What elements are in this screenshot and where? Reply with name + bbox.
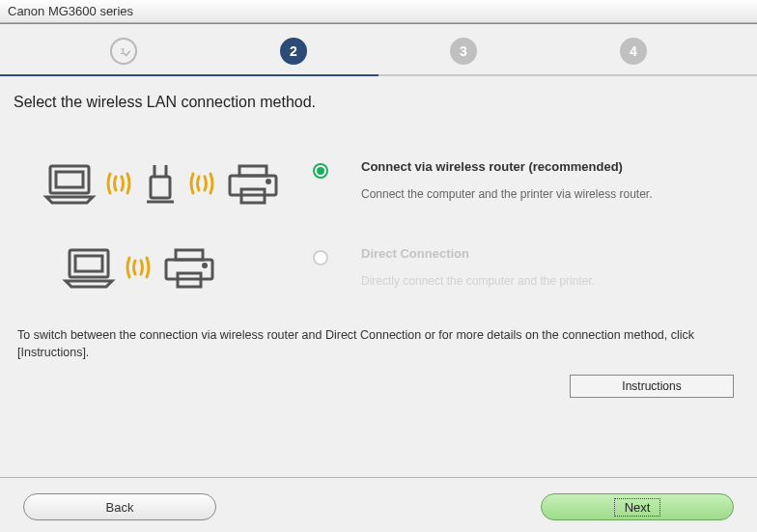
direct-text: Direct Connection Directly connect the c… (361, 246, 724, 288)
step-4: 4 (620, 38, 647, 65)
step-2-active: 2 (280, 38, 307, 65)
step-4-label: 4 (630, 43, 637, 59)
router-desc: Connect the computer and the printer via… (361, 187, 724, 201)
svg-rect-11 (166, 260, 212, 279)
laptop-icon (42, 162, 97, 205)
window-titlebar: Canon MG3600 series (0, 0, 757, 23)
step-indicator: 1 2 3 4 (0, 24, 757, 74)
step-3-label: 3 (460, 43, 467, 59)
instructions-button[interactable]: Instructions (570, 375, 734, 398)
wifi-icon (124, 248, 153, 287)
router-radio[interactable] (313, 163, 328, 179)
svg-rect-5 (230, 176, 276, 195)
laptop-icon (62, 246, 116, 289)
svg-rect-2 (56, 172, 83, 187)
svg-rect-3 (151, 177, 170, 198)
printer-icon (224, 162, 282, 205)
page-heading: Select the wireless LAN connection metho… (14, 94, 743, 111)
direct-desc: Directly connect the computer and the pr… (361, 274, 724, 288)
step-2-label: 2 (290, 43, 297, 59)
instructions-row: Instructions (14, 361, 743, 398)
wifi-icon (104, 164, 133, 203)
window-title: Canon MG3600 series (8, 4, 133, 18)
content-area: Select the wireless LAN connection metho… (0, 76, 757, 398)
direct-title: Direct Connection (361, 246, 724, 261)
next-button[interactable]: Next (541, 493, 734, 520)
router-radio-col (313, 159, 332, 182)
printer-icon (160, 246, 218, 289)
router-icon (141, 159, 180, 208)
step-3: 3 (450, 38, 477, 65)
router-text: Connect via wireless router (recommended… (361, 159, 724, 201)
step-done-icon: 1 (115, 42, 132, 60)
options-list: Connect via wireless router (recommended… (14, 159, 743, 289)
direct-graphic (42, 246, 284, 289)
hint-text: To switch between the connection via wir… (14, 327, 743, 361)
router-title: Connect via wireless router (recommended… (361, 159, 724, 174)
svg-point-7 (267, 181, 270, 183)
option-wireless-router[interactable]: Connect via wireless router (recommended… (42, 159, 724, 208)
router-graphic (42, 159, 284, 208)
wifi-icon (187, 164, 216, 203)
footer-nav: Back Next (0, 477, 757, 532)
direct-radio-col (313, 246, 332, 269)
progress-bar (0, 74, 757, 76)
step-1-done: 1 (110, 38, 137, 65)
next-label: Next (615, 499, 660, 516)
svg-point-13 (204, 265, 207, 267)
option-direct-connection: Direct Connection Directly connect the c… (42, 246, 724, 289)
svg-rect-9 (75, 256, 102, 271)
back-button[interactable]: Back (23, 493, 216, 520)
direct-radio (313, 250, 328, 266)
